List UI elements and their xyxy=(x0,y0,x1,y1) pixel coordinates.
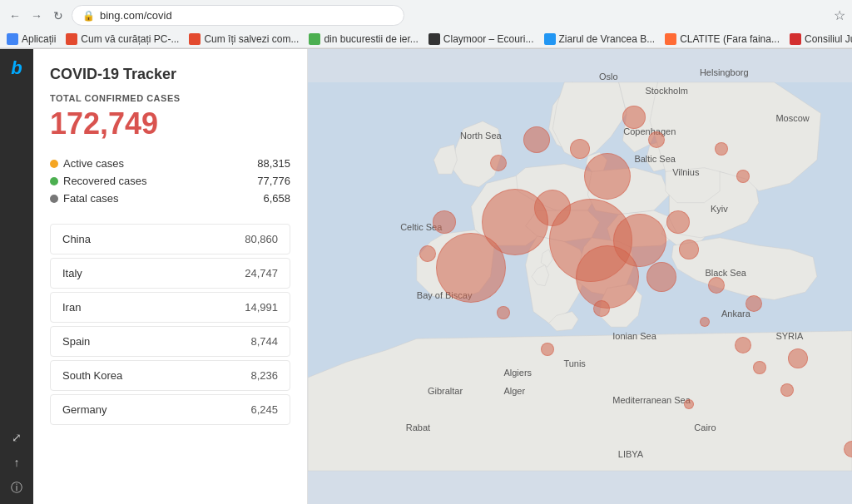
country-name: Iran xyxy=(62,301,81,314)
browser-chrome: ← → ↻ 🔒 bing.com/covid ☆ AplicațiiCum vă… xyxy=(0,0,852,49)
stat-label: Active cases xyxy=(63,157,124,170)
stat-item: Active cases 88,315 xyxy=(50,155,290,172)
bookmark-item[interactable]: Aplicații xyxy=(7,33,56,45)
map-area: OsloStockholmHelsingborgNorth SeaCopenha… xyxy=(308,49,852,504)
lock-icon: 🔒 xyxy=(82,10,95,22)
tracker-title: COVID-19 Tracker xyxy=(50,66,290,83)
stat-value: 77,776 xyxy=(257,175,290,187)
country-item[interactable]: Germany 6,245 xyxy=(50,394,290,425)
country-count: 8,236 xyxy=(250,369,278,382)
country-item[interactable]: China 80,860 xyxy=(50,224,290,254)
stat-label: Recovered cases xyxy=(63,175,146,187)
country-item[interactable]: Italy 24,747 xyxy=(50,258,290,289)
country-item[interactable]: Iran 14,991 xyxy=(50,292,290,323)
stat-label: Fatal cases xyxy=(63,192,118,205)
stat-dot xyxy=(50,195,58,203)
url-text: bing.com/covid xyxy=(100,9,172,22)
country-name: Germany xyxy=(62,403,106,416)
stat-value: 88,315 xyxy=(257,157,290,170)
map-svg xyxy=(308,49,852,504)
sidebar-tools: ⤢↑ⓘ xyxy=(11,431,22,496)
stat-item: Recovered cases 77,776 xyxy=(50,172,290,190)
country-list: China 80,860 Italy 24,747 Iran 14,991 Sp… xyxy=(50,224,290,425)
total-label: TOTAL CONFIRMED CASES xyxy=(50,93,290,103)
stat-value: 6,658 xyxy=(263,192,290,205)
country-count: 14,991 xyxy=(245,301,278,314)
refresh-button[interactable]: ↻ xyxy=(50,7,67,24)
country-count: 24,747 xyxy=(245,267,278,279)
country-name: Italy xyxy=(62,267,82,279)
country-name: South Korea xyxy=(62,369,122,382)
stat-dot xyxy=(50,160,58,168)
bookmark-item[interactable]: Claymoor – Ecouri... xyxy=(428,33,534,45)
bookmark-item[interactable]: din bucurestii de ier... xyxy=(309,33,418,45)
total-number: 172,749 xyxy=(50,106,290,141)
bing-sidebar: b ⤢↑ⓘ xyxy=(0,49,33,504)
country-item[interactable]: Spain 8,744 xyxy=(50,326,290,357)
country-count: 80,860 xyxy=(245,233,278,245)
stats-list: Active cases 88,315 Recovered cases 77,7… xyxy=(50,155,290,207)
bookmark-item[interactable]: Ziarul de Vrancea B... xyxy=(544,33,656,45)
bookmarks-bar: AplicațiiCum vă curățați PC-...Cum îți s… xyxy=(0,31,852,48)
country-name: China xyxy=(62,233,91,245)
resize-icon[interactable]: ⤢ xyxy=(12,431,22,444)
bing-logo[interactable]: b xyxy=(11,57,22,79)
info-icon[interactable]: ⓘ xyxy=(11,481,22,496)
back-button[interactable]: ← xyxy=(7,7,23,24)
address-bar[interactable]: 🔒 bing.com/covid xyxy=(72,5,404,26)
svg-marker-22 xyxy=(308,331,852,471)
bookmark-item[interactable]: Consiliul Județean t... xyxy=(790,33,852,45)
svg-marker-13 xyxy=(587,168,669,215)
left-panel: COVID-19 Tracker TOTAL CONFIRMED CASES 1… xyxy=(33,49,308,504)
bookmark-item[interactable]: CLATITE (Fara faina... xyxy=(665,33,780,45)
bookmark-item[interactable]: Cum vă curățați PC-... xyxy=(66,33,179,45)
bookmark-item[interactable]: Cum îți salvezi com... xyxy=(189,33,299,45)
country-name: Spain xyxy=(62,335,90,348)
share-icon[interactable]: ↑ xyxy=(14,456,20,469)
country-count: 6,245 xyxy=(250,403,278,416)
main-layout: b ⤢↑ⓘ COVID-19 Tracker TOTAL CONFIRMED C… xyxy=(0,49,852,504)
country-item[interactable]: South Korea 8,236 xyxy=(50,360,290,391)
forward-button[interactable]: → xyxy=(28,7,45,24)
browser-nav: ← → ↻ 🔒 bing.com/covid ☆ xyxy=(0,0,852,31)
favorite-icon[interactable]: ☆ xyxy=(834,7,845,23)
country-count: 8,744 xyxy=(250,335,278,348)
stat-dot xyxy=(50,177,58,185)
stat-item: Fatal cases 6,658 xyxy=(50,190,290,207)
